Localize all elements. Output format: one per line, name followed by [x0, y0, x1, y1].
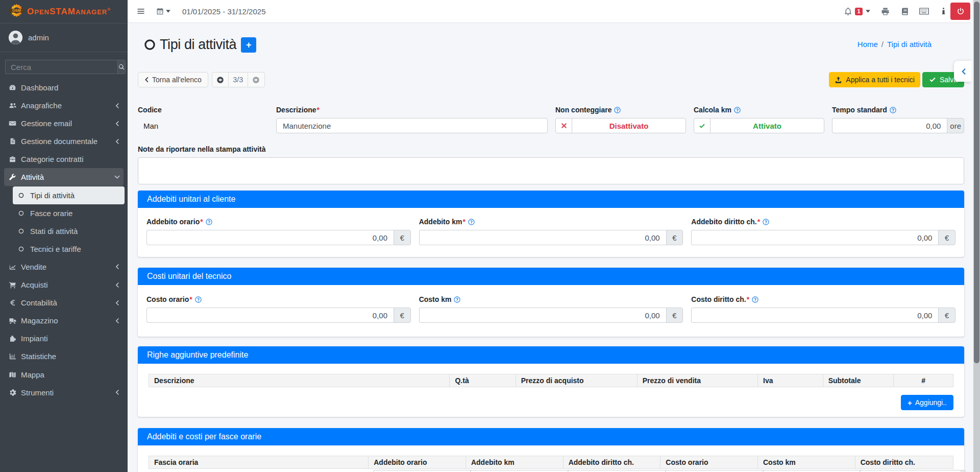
apply-to-all-button[interactable]: Applica a tutti i tecnici — [829, 72, 920, 87]
topbar: 01/01/2025 - 31/12/2025 1 — [128, 0, 971, 23]
sidebar-item-impianti[interactable]: Impianti — [0, 329, 128, 347]
date-range-label[interactable]: 01/01/2025 - 31/12/2025 — [182, 7, 265, 16]
date-range-picker[interactable] — [156, 7, 170, 15]
breadcrumb-home-link[interactable]: Home — [857, 40, 878, 49]
note-textarea[interactable] — [138, 157, 964, 184]
sidebar-item-tecnici-e-tariffe[interactable]: Tecnici e tariffe — [0, 240, 128, 258]
vertical-scrollbar[interactable] — [971, 0, 980, 472]
svg-text:OSM: OSM — [12, 8, 21, 13]
addebito-diritto-input[interactable] — [691, 230, 938, 245]
help-icon[interactable] — [763, 219, 769, 225]
euro-addon: € — [666, 308, 683, 323]
panel-addebiti-header: Addebiti unitari al cliente — [138, 191, 964, 208]
sidebar-item-strumenti[interactable]: Strumenti — [0, 384, 128, 402]
calcola-km-state: Attivato — [710, 119, 824, 133]
bell-icon — [844, 7, 852, 16]
user-name[interactable]: admin — [28, 33, 49, 42]
col-costo-orario: Costo orario — [660, 456, 758, 469]
euro-addon: € — [938, 230, 955, 245]
costo-diritto-input[interactable] — [691, 308, 938, 323]
col-addebito-diritto: Addebito diritto ch. — [563, 456, 660, 469]
sidebar-item-dashboard[interactable]: Dashboard — [0, 79, 128, 97]
sidebar-item-statistiche[interactable]: Statistiche — [0, 347, 128, 365]
col-fascia-oraria: Fascia oraria — [149, 456, 369, 469]
non-conteggiare-toggle[interactable]: Disattivato — [555, 118, 686, 133]
bars-icon — [137, 7, 145, 15]
costo-diritto-label: Costo diritto ch.* — [691, 296, 955, 303]
help-icon[interactable] — [195, 296, 202, 303]
sidebar-item-magazzino[interactable]: Magazzino — [0, 312, 128, 329]
add-record-button[interactable]: + — [241, 37, 256, 53]
sidebar-item-acquisti[interactable]: Acquisti — [0, 276, 128, 294]
costo-km-input[interactable] — [419, 308, 666, 323]
euro-icon — [9, 299, 16, 306]
panel-addebiti-cliente: Addebiti unitari al cliente Addebito ora… — [138, 191, 964, 257]
fascia-costo-diritto-input[interactable] — [860, 470, 961, 472]
sidebar-nav: Dashboard Anagrafiche Gestione email Ges… — [0, 79, 128, 402]
help-icon[interactable] — [752, 296, 758, 303]
question-circle-icon — [206, 219, 212, 225]
sidebar-item-attivita[interactable]: Attività — [0, 168, 128, 186]
back-to-list-button[interactable]: Torna all'elenco — [138, 72, 208, 87]
fascia-costo-orario-input[interactable] — [665, 470, 766, 472]
search-button[interactable] — [117, 60, 126, 74]
help-icon[interactable] — [454, 296, 460, 303]
help-icon[interactable] — [206, 219, 212, 225]
sidebar-item-vendite[interactable]: Vendite — [0, 258, 128, 276]
widgets-panel-toggle[interactable] — [954, 61, 971, 82]
arrow-circle-right-icon — [252, 76, 260, 84]
tempo-standard-input[interactable] — [832, 118, 947, 133]
fascia-addebito-km-input[interactable] — [470, 470, 571, 472]
costo-orario-input[interactable] — [146, 308, 394, 323]
euro-addon: € — [394, 308, 411, 323]
addebito-orario-label: Addebito orario* — [146, 218, 411, 225]
docs-button[interactable] — [901, 7, 909, 16]
addebito-diritto-label: Addebito diritto ch.* — [691, 218, 955, 225]
sidebar-item-gestione-documentale[interactable]: Gestione documentale — [0, 132, 128, 150]
sidebar-item-stati-di-attivita[interactable]: Stati di attività — [0, 222, 128, 240]
brand[interactable]: OSM OPENSTAMANAGER® — [0, 0, 128, 23]
avatar[interactable] — [9, 31, 22, 44]
fascia-addebito-diritto-input[interactable] — [568, 470, 669, 472]
truck-icon — [9, 317, 17, 324]
sidebar-item-contabilita[interactable]: Contabilità — [0, 294, 128, 312]
sidebar-item-fasce-orarie[interactable]: Fasce orarie — [0, 204, 128, 222]
fascia-costo-km-input[interactable] — [763, 470, 864, 472]
descrizione-input[interactable] — [276, 118, 548, 133]
main-area: 01/01/2025 - 31/12/2025 1 Tipi di a — [128, 0, 971, 472]
scrollbar-thumb[interactable] — [974, 2, 979, 363]
brand-name: OPENSTAMANAGER® — [27, 7, 111, 17]
help-icon[interactable] — [614, 107, 621, 113]
fascia-addebito-orario-input[interactable] — [373, 470, 474, 472]
col-prezzo-vendita: Prezzo di vendita — [637, 374, 757, 387]
help-icon[interactable] — [734, 107, 741, 113]
info-button[interactable] — [942, 7, 945, 15]
sidebar: OSM OPENSTAMANAGER® admin Dashboard — [0, 0, 128, 472]
puzzle-icon — [9, 335, 16, 342]
help-icon[interactable] — [468, 219, 475, 225]
add-row-button[interactable]: +Aggiungi.. — [901, 395, 953, 410]
costo-orario-label: Costo orario* — [146, 296, 411, 303]
osm-logo-icon: OSM — [8, 3, 25, 20]
search-input[interactable] — [5, 60, 117, 74]
sidebar-item-anagrafiche[interactable]: Anagrafiche — [0, 97, 128, 114]
print-button[interactable] — [881, 7, 890, 16]
breadcrumb-current-link[interactable]: Tipi di attività — [887, 40, 932, 49]
previous-record-button[interactable] — [212, 73, 228, 87]
col-costo-diritto: Costo diritto ch. — [855, 456, 953, 469]
addebito-km-input[interactable] — [419, 230, 666, 245]
chevron-left-icon — [115, 389, 119, 396]
hamburger-menu-button[interactable] — [137, 7, 145, 15]
check-icon — [929, 76, 936, 83]
shortcuts-button[interactable] — [919, 8, 929, 15]
sidebar-item-mappa[interactable]: Mappa — [0, 366, 128, 384]
logout-button[interactable] — [950, 3, 970, 20]
addebito-orario-input[interactable] — [146, 230, 394, 245]
next-record-button[interactable] — [248, 73, 264, 87]
sidebar-item-tipi-di-attivita[interactable]: Tipi di attività — [0, 186, 128, 204]
calcola-km-toggle[interactable]: Attivato — [694, 118, 824, 133]
sidebar-item-categorie-contratti[interactable]: Categorie contratti — [0, 150, 128, 168]
notifications-button[interactable]: 1 — [844, 7, 870, 16]
help-icon[interactable] — [890, 107, 896, 113]
sidebar-item-gestione-email[interactable]: Gestione email — [0, 114, 128, 132]
